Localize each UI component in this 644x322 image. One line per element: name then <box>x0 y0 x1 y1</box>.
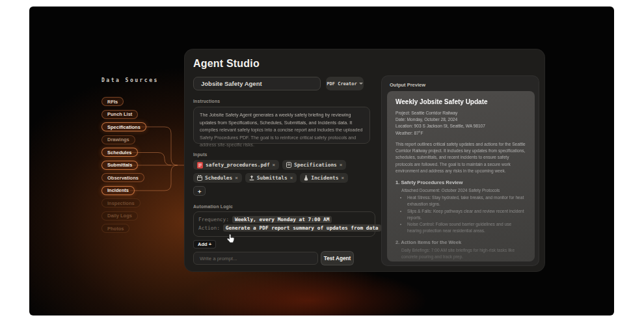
output-type-label: PDF Creator <box>327 81 356 87</box>
source-pill-specifications[interactable]: Specifications <box>101 122 146 131</box>
source-pill-photos[interactable]: Photos <box>101 224 129 233</box>
report-meta-weather: Weather: 87°F <box>396 130 526 137</box>
report-meta-project: Project: Seattle Corridor Railway <box>396 110 526 116</box>
page-title: Agent Studio <box>193 58 377 70</box>
report-title: Weekly Jobsite Safety Update <box>396 98 526 105</box>
input-chips: safety_procedures.pdf × Specifications ×… <box>193 160 357 196</box>
frequency-label: Frequency: <box>198 217 229 222</box>
action-value[interactable]: Generate a PDF report summary of updates… <box>223 224 381 232</box>
upload-icon <box>249 175 254 181</box>
instructions-label: Instructions <box>193 99 377 103</box>
source-pill-inspections[interactable]: Inspections <box>101 198 141 208</box>
report-sub-bullet: Slips & Falls: Keep pathways clear and r… <box>407 208 526 221</box>
chip-label: safety_procedures.pdf <box>206 162 270 168</box>
incident-icon <box>304 175 308 181</box>
chevron-down-icon <box>359 83 363 85</box>
input-chip-submittals[interactable]: Submittals × <box>245 173 297 183</box>
chip-label: Specifications <box>294 162 337 168</box>
report-intro: This report outlines critical safety upd… <box>396 141 526 174</box>
frequency-row: Frequency: Weekly, every Monday at 7:00 … <box>198 216 370 223</box>
inputs-label: Inputs <box>193 152 377 157</box>
add-input-button[interactable]: + <box>193 186 206 196</box>
report-section2-list: Daily Briefings: 7:00 AM site briefings … <box>401 247 526 262</box>
automation-label: Automation Logic <box>193 204 377 209</box>
output-preview-label: Output Preview <box>390 82 425 88</box>
report-sub-bullet: Noise Control: Follow sound barrier guid… <box>407 221 526 234</box>
remove-chip-icon[interactable]: × <box>290 175 293 181</box>
report-meta: Project: Seattle Corridor Railway Date: … <box>396 110 526 137</box>
agent-name-row: Jobsite Safety Agent PDF Creator <box>193 77 377 90</box>
source-pill-daily-logs[interactable]: Daily Logs <box>101 211 138 221</box>
agent-form-column: Agent Studio Jobsite Safety Agent PDF Cr… <box>193 49 377 248</box>
document-icon <box>286 162 291 168</box>
report-section1-heading: 1. Safety Procedures Review <box>396 180 526 185</box>
report-meta-location: Location: 903 S Jackson St, Seattle, WA … <box>396 123 526 129</box>
report-section1-sublist: Heat Stress: Stay hydrated, take breaks,… <box>407 195 526 234</box>
report-meta-date: Date: Monday, October 28, 2024 <box>396 116 526 123</box>
chip-label: Schedules <box>205 175 232 181</box>
test-agent-button[interactable]: Test Agent <box>321 251 354 265</box>
report-content: Weekly Jobsite Safety Update Project: Se… <box>396 98 526 262</box>
agent-studio-panel: Agent Studio Jobsite Safety Agent PDF Cr… <box>184 49 545 272</box>
hand-cursor-icon <box>226 234 235 243</box>
input-chip-specifications[interactable]: Specifications × <box>282 160 346 170</box>
agent-name-input[interactable]: Jobsite Safety Agent <box>193 77 321 90</box>
source-pill-observations[interactable]: Observations <box>101 173 144 182</box>
source-pill-incidents[interactable]: Incidents <box>101 186 135 195</box>
remove-chip-icon[interactable]: × <box>340 162 343 168</box>
instructions-text: The Jobsite Safety Agent generates a wee… <box>200 111 364 149</box>
report-sub-bullet: Heat Stress: Stay hydrated, take breaks,… <box>407 195 526 208</box>
source-pill-rfis[interactable]: RFIs <box>101 97 124 106</box>
report-bullet: Attached Document: October 2024 Safety P… <box>401 187 526 194</box>
input-chip-schedules[interactable]: Schedules × <box>193 173 242 183</box>
calendar-icon <box>197 175 202 181</box>
remove-chip-icon[interactable]: × <box>273 162 276 168</box>
report-bullet: Incident Review: Address causes of minor… <box>401 261 526 262</box>
report-bullet: Daily Briefings: 7:00 AM site briefings … <box>401 247 526 260</box>
pdf-icon <box>197 162 203 168</box>
output-type-dropdown[interactable]: PDF Creator <box>326 77 364 90</box>
app-canvas: Data Sources RFIs Punch List Specificati… <box>29 7 614 315</box>
sidebar-title: Data Sources <box>101 77 159 83</box>
source-pill-punch-list[interactable]: Punch List <box>101 110 138 119</box>
report-card: Weekly Jobsite Safety Update Project: Se… <box>387 91 535 262</box>
prompt-input[interactable]: Write a prompt... <box>193 252 318 265</box>
source-pill-schedules[interactable]: Schedules <box>101 148 138 157</box>
action-row: Action: Generate a PDF report summary of… <box>198 224 370 232</box>
automation-box: Frequency: Weekly, every Monday at 7:00 … <box>193 211 375 237</box>
report-section2-heading: 2. Action Items for the Week <box>396 239 526 245</box>
remove-chip-icon[interactable]: × <box>235 175 238 181</box>
action-label: Action: <box>198 225 220 231</box>
chip-label: Submittals <box>257 175 288 181</box>
input-chip-incidents[interactable]: Incidents × <box>300 173 348 183</box>
report-section1-list: Attached Document: October 2024 Safety P… <box>401 187 526 234</box>
page: Data Sources RFIs Punch List Specificati… <box>0 0 644 322</box>
chip-label: Incidents <box>311 175 338 181</box>
frequency-value[interactable]: Weekly, every Monday at 7:00 AM <box>232 216 332 223</box>
source-pill-submittals[interactable]: Submittals <box>101 161 138 170</box>
add-rule-button[interactable]: Add + <box>193 240 216 248</box>
input-chip-safety-procedures[interactable]: safety_procedures.pdf × <box>193 160 279 170</box>
source-pill-drawings[interactable]: Drawings <box>101 135 135 144</box>
instructions-textarea[interactable]: The Jobsite Safety Agent generates a wee… <box>193 107 370 144</box>
remove-chip-icon[interactable]: × <box>341 175 344 181</box>
output-preview-panel: Output Preview Weekly Jobsite Safety Upd… <box>381 75 539 266</box>
